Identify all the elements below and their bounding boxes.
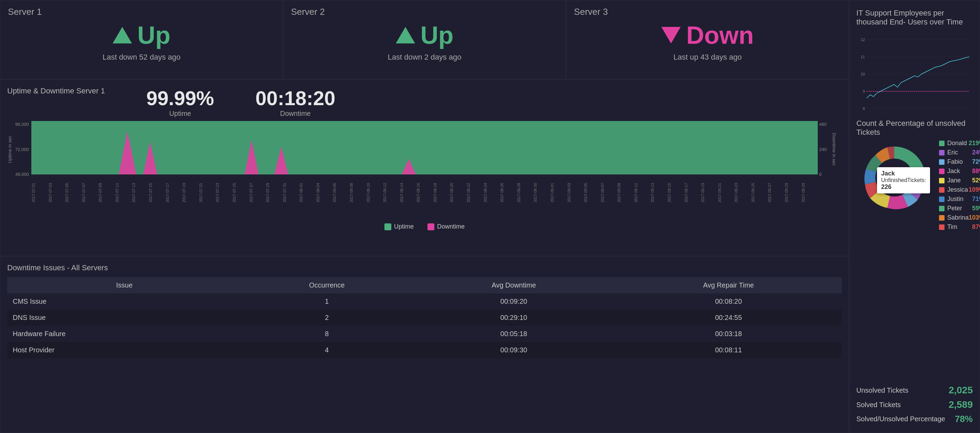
y-axis-right-values: 480 240 0 bbox=[818, 122, 830, 177]
legend-item: Jack 88% bbox=[939, 168, 980, 175]
legend-item: Tim 87% bbox=[939, 224, 980, 231]
y-axis-right-label: Downtime in sec bbox=[832, 133, 837, 166]
server-1-card: Server 1 Up Last down 52 days ago bbox=[0, 0, 283, 79]
chart-with-axes: Uptime in sec 96,000 72,000 48,000 bbox=[7, 121, 842, 177]
uptime-stat: 99.99% Uptime bbox=[146, 86, 214, 118]
col-issue: Issue bbox=[7, 277, 242, 293]
server-2-subtitle: Last down 2 days ago bbox=[388, 53, 461, 62]
chart-svg bbox=[31, 121, 818, 176]
server-2-title: Server 2 bbox=[291, 6, 325, 17]
legend-item: Eric 24% bbox=[939, 149, 980, 156]
it-support-title: IT Support Employees per thousand End- U… bbox=[856, 9, 973, 27]
server-1-status-text: Up bbox=[137, 21, 170, 49]
legend-uptime-dot bbox=[384, 224, 391, 230]
pct-value: 78% bbox=[955, 414, 973, 424]
uptime-label: Uptime bbox=[146, 110, 214, 118]
donut-area: Jack UnfinishedTickets: 226 Donald 219% … bbox=[856, 140, 973, 385]
downtime-table-panel: Downtime Issues - All Servers Issue Occu… bbox=[0, 256, 849, 433]
legend-downtime-label: Downtime bbox=[437, 223, 465, 230]
server-2-up-icon bbox=[396, 27, 415, 43]
donut-tooltip: Jack UnfinishedTickets: 226 bbox=[877, 167, 930, 193]
legend-item: Jane 52% bbox=[939, 177, 980, 184]
unsolved-tickets-label: Unsolved Tickets bbox=[856, 387, 908, 395]
legend-item: Donald 219% bbox=[939, 140, 980, 147]
unsolved-tickets-stat: Unsolved Tickets 2,025 bbox=[856, 385, 973, 396]
x-labels-container: 2017-07-012017-07-032017-07-052017-07-07… bbox=[31, 178, 818, 202]
uptime-chart-panel: Uptime & Downtime Server 1 99.99% Uptime… bbox=[0, 79, 849, 256]
server-3-card: Server 3 Down Last up 43 days ago bbox=[566, 0, 849, 79]
col-avg-downtime: Avg Downtime bbox=[412, 277, 615, 293]
y-axis-right-container: 480 240 0 Downtime in sec bbox=[818, 121, 842, 177]
server-3-down-icon bbox=[661, 27, 681, 43]
legend-item: Justin 71% bbox=[939, 195, 980, 203]
downtime-stat: 00:18:20 Downtime bbox=[255, 86, 335, 118]
server-1-title: Server 1 bbox=[8, 6, 42, 17]
table-row: CMS Issue100:09:2000:08:20 bbox=[7, 293, 842, 310]
solved-tickets-label: Solved Tickets bbox=[856, 401, 901, 409]
donut-chart: Jack UnfinishedTickets: 226 bbox=[856, 140, 932, 216]
ticket-stats: Unsolved Tickets 2,025 Solved Tickets 2,… bbox=[856, 385, 973, 424]
legend-item: Fabio 72% bbox=[939, 158, 980, 166]
server-3-title: Server 3 bbox=[574, 6, 608, 17]
server-2-status-row: Up bbox=[396, 21, 453, 49]
uptime-value: 99.99% bbox=[146, 86, 214, 110]
chart-title: Uptime & Downtime Server 1 bbox=[7, 86, 105, 96]
table-title: Downtime Issues - All Servers bbox=[7, 264, 842, 272]
svg-text:11: 11 bbox=[861, 55, 865, 59]
server-2-card: Server 2 Up Last down 2 days ago bbox=[283, 0, 566, 79]
legend-item: Jessica 109% bbox=[939, 186, 980, 193]
tooltip-name: Jack bbox=[881, 170, 926, 177]
server-3-status-text: Down bbox=[686, 21, 754, 49]
svg-text:8: 8 bbox=[863, 107, 865, 111]
legend-downtime-dot bbox=[428, 224, 434, 230]
y-axis-left-container: Uptime in sec 96,000 72,000 48,000 bbox=[7, 121, 31, 177]
table-row: DNS Issue200:29:1000:24:55 bbox=[7, 310, 842, 326]
tickets-section: Count & Percentage of unsolved Tickets bbox=[856, 119, 973, 424]
table-header-row: Issue Occurrence Avg Downtime Avg Repair… bbox=[7, 277, 842, 293]
legend-downtime: Downtime bbox=[428, 223, 465, 230]
donut-legend: Donald 219% Eric 24% Fabio 72% Jack 88% … bbox=[939, 140, 980, 231]
tickets-title: Count & Percentage of unsolved Tickets bbox=[856, 119, 973, 137]
server-1-status-row: Up bbox=[113, 21, 170, 49]
solved-tickets-value: 2,589 bbox=[949, 399, 973, 410]
solved-tickets-stat: Solved Tickets 2,589 bbox=[856, 399, 973, 410]
downtime-value: 00:18:20 bbox=[255, 86, 335, 110]
svg-text:9: 9 bbox=[863, 89, 865, 93]
pct-stat: Solved/Unsolved Percentage 78% bbox=[856, 414, 973, 424]
right-panel: IT Support Employees per thousand End- U… bbox=[849, 0, 980, 433]
y-axis-left-label: Uptime in sec bbox=[7, 136, 13, 163]
table-row: Hardware Failure800:05:1800:03:18 bbox=[7, 326, 842, 342]
it-support-chart: 12 11 10 9 8 bbox=[856, 36, 973, 112]
pct-label: Solved/Unsolved Percentage bbox=[856, 415, 945, 423]
legend-item: Peter 59% bbox=[939, 205, 980, 212]
col-avg-repair: Avg Repair Time bbox=[615, 277, 842, 293]
legend-uptime-label: Uptime bbox=[394, 223, 414, 230]
chart-svg-container bbox=[31, 121, 818, 177]
y-axis-left-values: 96,000 72,000 48,000 bbox=[14, 122, 29, 177]
downtime-table: Issue Occurrence Avg Downtime Avg Repair… bbox=[7, 277, 842, 358]
server-2-status-text: Up bbox=[421, 21, 453, 49]
server-1-up-icon bbox=[113, 27, 132, 43]
server-3-status-row: Down bbox=[661, 21, 754, 49]
server-1-subtitle: Last down 52 days ago bbox=[103, 53, 180, 62]
chart-legend: Uptime Downtime bbox=[7, 223, 842, 230]
unsolved-tickets-value: 2,025 bbox=[949, 385, 973, 396]
tooltip-key: UnfinishedTickets: bbox=[881, 177, 926, 183]
server-3-subtitle: Last up 43 days ago bbox=[673, 53, 741, 62]
table-row: Host Provider400:09:3000:08:11 bbox=[7, 342, 842, 358]
svg-text:10: 10 bbox=[861, 72, 865, 76]
svg-text:12: 12 bbox=[861, 38, 865, 42]
legend-item: Sabrina 103% bbox=[939, 214, 980, 221]
downtime-label: Downtime bbox=[255, 110, 335, 118]
col-occurrence: Occurrence bbox=[242, 277, 412, 293]
tooltip-value: 226 bbox=[881, 184, 926, 191]
table-body: CMS Issue100:09:2000:08:20DNS Issue200:2… bbox=[7, 293, 842, 358]
chart-header: Uptime & Downtime Server 1 99.99% Uptime… bbox=[7, 86, 842, 118]
legend-uptime: Uptime bbox=[384, 223, 414, 230]
